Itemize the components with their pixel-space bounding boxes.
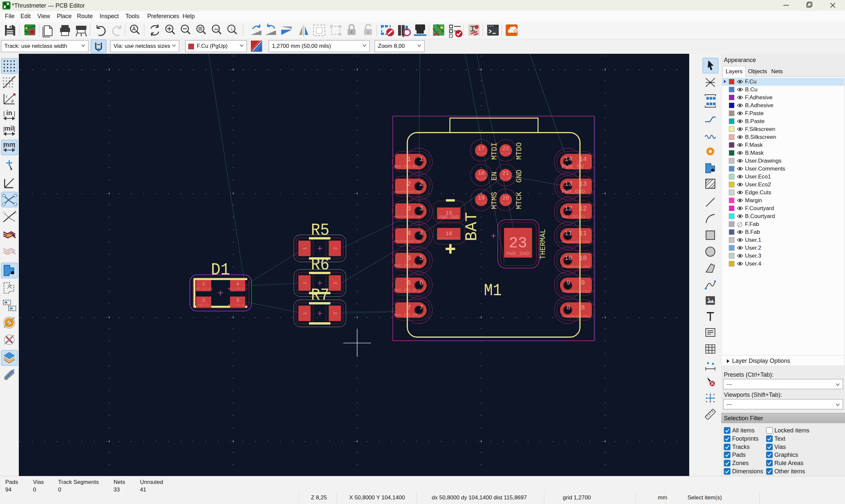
svg-text:7: 7	[419, 304, 423, 311]
svg-text:unconnected-(M1): unconnected-(M1)	[561, 240, 590, 244]
svg-text:net_name: net_name	[476, 177, 487, 179]
svg-text:21: 21	[503, 170, 509, 177]
svg-text:2: 2	[333, 312, 338, 315]
svg-text:10: 10	[564, 254, 573, 262]
svg-text:r: r	[6, 94, 7, 99]
svg-text:PWR_5V: PWR_5V	[561, 163, 584, 170]
svg-text:MTCK: MTCK	[515, 192, 524, 210]
svg-text:2: 2	[333, 282, 338, 284]
svg-text:mm: mm	[3, 141, 15, 148]
svg-text:net_name: net_name	[476, 201, 487, 204]
svg-text:19: 19	[478, 195, 485, 201]
svg-text:6: 6	[419, 279, 423, 287]
svg-text:net_name: net_name	[476, 152, 487, 155]
svg-text:2: 2	[419, 180, 423, 188]
svg-text:net_name: net_name	[500, 152, 511, 155]
svg-text:9: 9	[581, 279, 585, 287]
svg-text:in: in	[6, 109, 12, 116]
svg-text:20: 20	[503, 195, 509, 201]
svg-text:1: 1	[303, 247, 307, 250]
svg-text:θ: θ	[11, 98, 14, 104]
svg-text:M1: M1	[484, 281, 502, 301]
svg-text:4: 4	[236, 281, 239, 287]
svg-text:9: 9	[566, 279, 570, 287]
svg-text:unconnected-(M1): unconnected-(M1)	[561, 290, 590, 293]
svg-text:16: 16	[446, 231, 452, 237]
svg-text:MTMS: MTMS	[491, 192, 499, 210]
svg-text:22: 22	[503, 145, 509, 152]
svg-text:17: 17	[478, 145, 485, 152]
svg-text:PWR_5V: PWR_5V	[198, 304, 209, 307]
svg-text:8: 8	[566, 304, 570, 311]
svg-text:Net-(M1-D+): Net-(M1-D+)	[228, 287, 247, 291]
svg-text:1: 1	[202, 281, 205, 287]
svg-text:THERMAL: THERMAL	[539, 229, 547, 259]
svg-text:D1: D1	[211, 260, 230, 280]
svg-text:unconnected-(M1): unconnected-(M1)	[561, 315, 590, 318]
svg-text:unconnected-(M1): unconnected-(M1)	[561, 265, 590, 269]
svg-text:Net-(D2-K): Net-(D2-K)	[195, 287, 213, 291]
svg-text:13: 13	[564, 180, 573, 188]
svg-text:3: 3	[419, 205, 423, 212]
svg-text:1: 1	[303, 312, 307, 315]
svg-text:2: 2	[333, 247, 338, 250]
svg-text:BAT: BAT	[462, 212, 481, 241]
svg-text:11: 11	[564, 230, 573, 237]
svg-text:PWR_GND: PWR_GND	[506, 251, 529, 257]
svg-text:14: 14	[564, 155, 573, 163]
svg-text:net_name: net_name	[500, 177, 511, 179]
svg-text:8: 8	[581, 304, 585, 311]
svg-text:4: 4	[419, 230, 423, 237]
svg-text:1: 1	[419, 155, 423, 163]
svg-text:3: 3	[236, 298, 239, 304]
svg-text:5: 5	[419, 254, 423, 262]
svg-text:PWR_GND: PWR_GND	[439, 215, 459, 220]
svg-text:MTDI: MTDI	[491, 143, 499, 160]
svg-text:PWR_GND: PWR_GND	[561, 189, 585, 195]
svg-text:unconnected-(M1): unconnected-(M1)	[438, 237, 460, 239]
svg-text:EN: EN	[491, 172, 499, 180]
svg-text:1: 1	[303, 282, 307, 284]
svg-text:Net-(M1-D-): Net-(M1-D-)	[228, 304, 247, 307]
svg-text:GND: GND	[515, 169, 524, 183]
svg-text:18: 18	[478, 170, 485, 177]
svg-text:Net-(D2-K): Net-(D2-K)	[394, 165, 418, 169]
svg-text:12: 12	[564, 205, 573, 212]
svg-text:23: 23	[509, 235, 527, 252]
svg-text:mil: mil	[5, 125, 14, 132]
svg-text:net_name: net_name	[500, 201, 511, 204]
svg-text:Net-(D2-K): Net-(D2-K)	[561, 215, 585, 219]
svg-text:MTDO: MTDO	[515, 143, 524, 160]
svg-text:2: 2	[202, 298, 205, 304]
